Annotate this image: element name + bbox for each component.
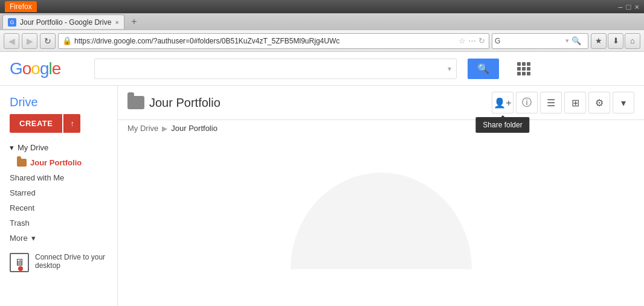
main-search-bar[interactable]: ▾ bbox=[94, 59, 457, 79]
main-toolbar: Jour Portfolio 👤+ Share folder ⓘ ☰ ⊞ bbox=[118, 86, 644, 120]
tab-bar: G Jour Portfolio - Google Drive × + bbox=[0, 13, 644, 30]
breadcrumb: My Drive ▶ Jour Portfolio bbox=[118, 120, 644, 136]
folder-icon bbox=[17, 159, 27, 167]
chevron-my-drive-icon: ▾ bbox=[10, 143, 14, 152]
list-view-icon: ☰ bbox=[547, 97, 555, 109]
tab-close-icon[interactable]: × bbox=[115, 19, 118, 26]
content-area: Drive CREATE ↑ ▾ My Drive Jour Portfolio… bbox=[0, 86, 644, 306]
settings-icon: ⚙ bbox=[595, 97, 604, 109]
starred-label: Starred bbox=[10, 188, 36, 197]
back-btn[interactable]: ◀ bbox=[4, 33, 19, 49]
lock-icon: 🔒 bbox=[62, 36, 72, 45]
search-engine-label: ▾ bbox=[565, 37, 569, 45]
url-text: https://drive.google.com/?authuser=0#fol… bbox=[74, 37, 456, 45]
sidebar-item-recent[interactable]: Recent bbox=[0, 200, 117, 215]
search-chevron-icon: ▾ bbox=[448, 65, 451, 73]
main-content: Jour Portfolio 👤+ Share folder ⓘ ☰ ⊞ bbox=[118, 86, 644, 306]
reload-icon[interactable]: ↻ bbox=[478, 36, 485, 45]
search-magnifier-icon: 🔍 bbox=[477, 63, 489, 74]
more-options-button[interactable]: ▾ bbox=[613, 92, 634, 113]
app-header: Google ▾ 🔍 bbox=[0, 52, 644, 86]
settings-button[interactable]: ⚙ bbox=[588, 92, 610, 113]
new-tab-btn[interactable]: + bbox=[127, 14, 141, 29]
sidebar-item-starred[interactable]: Starred bbox=[0, 185, 117, 200]
share-folder-button[interactable]: 👤+ bbox=[492, 92, 514, 113]
shared-with-me-label: Shared with Me bbox=[10, 173, 64, 182]
active-tab[interactable]: G Jour Portfolio - Google Drive × bbox=[2, 14, 124, 29]
my-drive-label: My Drive bbox=[18, 143, 48, 152]
main-search-input[interactable] bbox=[100, 63, 448, 74]
breadcrumb-current: Jour Portfolio bbox=[171, 124, 217, 133]
refresh-btn[interactable]: ↻ bbox=[40, 33, 56, 49]
jour-portfolio-label: Jour Portfolio bbox=[30, 158, 82, 167]
home-btn[interactable]: ⌂ bbox=[625, 33, 640, 49]
more-label: More bbox=[10, 234, 28, 243]
more-chevron-icon: ▾ bbox=[31, 234, 36, 243]
sidebar-item-trash[interactable]: Trash bbox=[0, 215, 117, 231]
info-button[interactable]: ⓘ bbox=[516, 92, 538, 113]
sidebar-item-more[interactable]: More ▾ bbox=[0, 231, 117, 246]
info-icon: ⓘ bbox=[522, 97, 532, 109]
monitor-icon: 🖥 bbox=[10, 253, 29, 272]
google-search-icon: G bbox=[495, 37, 500, 45]
browser-search-input[interactable] bbox=[503, 37, 563, 45]
red-indicator bbox=[18, 266, 23, 271]
minimize-btn[interactable]: – bbox=[618, 2, 622, 11]
url-extra-icons: ☆ ⋯ ↻ bbox=[459, 36, 485, 45]
sidebar-item-shared-with-me[interactable]: Shared with Me bbox=[0, 170, 117, 185]
browser-search-bar[interactable]: G ▾ 🔍 bbox=[492, 33, 588, 49]
sidebar: Drive CREATE ↑ ▾ My Drive Jour Portfolio… bbox=[0, 86, 118, 306]
connect-drive-label: Connect Drive to your desktop bbox=[35, 253, 108, 270]
trash-label: Trash bbox=[10, 218, 30, 228]
empty-state bbox=[118, 136, 644, 269]
create-button[interactable]: CREATE bbox=[10, 114, 62, 133]
history-icon[interactable]: ⋯ bbox=[468, 36, 476, 45]
create-btn-group: CREATE ↑ bbox=[0, 114, 117, 140]
add-person-icon: 👤+ bbox=[494, 97, 511, 109]
drive-logo-text: Drive bbox=[10, 95, 38, 109]
share-folder-tooltip: Share folder bbox=[475, 117, 529, 133]
nav-extra-btns: ★ ⬇ ⌂ bbox=[591, 33, 640, 49]
dropdown-icon: ▾ bbox=[621, 97, 626, 109]
breadcrumb-root[interactable]: My Drive bbox=[127, 124, 158, 133]
maximize-btn[interactable]: □ bbox=[626, 2, 631, 11]
toolbar-actions: 👤+ Share folder ⓘ ☰ ⊞ ⚙ ▾ bbox=[492, 92, 634, 113]
star-icon[interactable]: ☆ bbox=[459, 36, 466, 45]
google-logo: Google bbox=[10, 59, 60, 78]
list-view-button[interactable]: ☰ bbox=[540, 92, 562, 113]
breadcrumb-separator: ▶ bbox=[162, 124, 167, 133]
url-bar[interactable]: 🔒 https://drive.google.com/?authuser=0#f… bbox=[58, 33, 489, 49]
upload-button[interactable]: ↑ bbox=[63, 114, 80, 133]
forward-btn[interactable]: ▶ bbox=[22, 33, 37, 49]
main-folder-icon bbox=[127, 96, 144, 109]
close-btn[interactable]: × bbox=[634, 2, 639, 11]
tab-favicon: G bbox=[8, 18, 16, 27]
main-folder-name: Jour Portfolio bbox=[149, 96, 221, 110]
share-btn-wrap: 👤+ Share folder bbox=[492, 92, 514, 113]
connect-drive-item[interactable]: 🖥 Connect Drive to your desktop bbox=[0, 246, 117, 279]
sidebar-nav: ▾ My Drive Jour Portfolio Shared with Me… bbox=[0, 140, 117, 246]
browser-title-bar: Firefox – □ × bbox=[0, 0, 644, 13]
sidebar-item-my-drive[interactable]: ▾ My Drive bbox=[0, 140, 117, 155]
apps-grid-icon bbox=[517, 62, 530, 75]
download-btn[interactable]: ⬇ bbox=[608, 33, 623, 49]
apps-grid-button[interactable] bbox=[514, 59, 534, 79]
recent-label: Recent bbox=[10, 203, 34, 212]
grid-view-button[interactable]: ⊞ bbox=[564, 92, 586, 113]
empty-state-illustration bbox=[291, 173, 472, 269]
nav-bar: ◀ ▶ ↻ 🔒 https://drive.google.com/?authus… bbox=[0, 30, 644, 52]
bookmarks-btn[interactable]: ★ bbox=[591, 33, 607, 49]
browser-search-magnifier[interactable]: 🔍 bbox=[572, 36, 581, 45]
tab-title: Jour Portfolio - Google Drive bbox=[20, 18, 111, 27]
main-search-button[interactable]: 🔍 bbox=[468, 59, 499, 79]
grid-view-icon: ⊞ bbox=[572, 97, 579, 109]
firefox-label: Firefox bbox=[5, 1, 37, 12]
sidebar-item-jour-portfolio[interactable]: Jour Portfolio bbox=[0, 155, 117, 170]
upload-icon: ↑ bbox=[70, 119, 74, 128]
